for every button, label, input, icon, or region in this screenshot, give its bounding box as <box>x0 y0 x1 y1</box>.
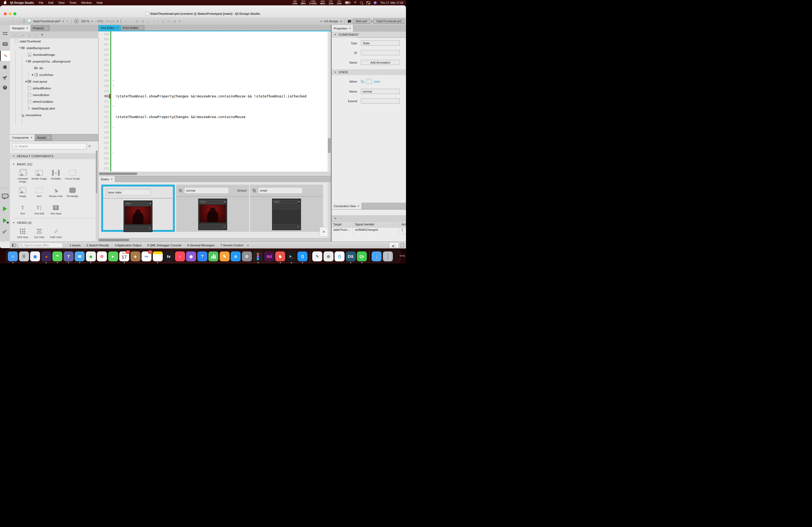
projects-mode-icon[interactable] <box>0 73 10 82</box>
tree-item-menubutton[interactable]: menuButton <box>10 91 98 98</box>
component-item-item[interactable]: Item <box>31 187 47 198</box>
edit-mode-icon[interactable] <box>0 40 10 48</box>
code-line-318[interactable]: 318 <box>99 130 328 135</box>
menu-item-edit[interactable]: Edit <box>48 1 54 4</box>
debug-mode-icon[interactable] <box>0 62 10 72</box>
section-component[interactable]: ▼COMPONENT <box>332 32 406 37</box>
dock-icon-podcasts[interactable]: ◉ <box>186 252 196 261</box>
locator-input[interactable]: Type to locate (⌘K) <box>18 243 63 248</box>
toolbar-disabled-icon-3[interactable]: ▣ <box>141 19 144 23</box>
control-center-icon[interactable] <box>366 1 370 4</box>
dock-icon-qt-design-studio[interactable]: DS <box>346 252 356 261</box>
code-line-299[interactable]: 299 <box>99 31 328 36</box>
dock-icon-adobe-xd[interactable]: Xd <box>264 252 274 261</box>
close-tab-icon[interactable]: ✕ <box>47 136 50 139</box>
add-connection-button[interactable]: + <box>334 216 336 220</box>
component-item-path-view[interactable]: ∿Path View <box>48 228 64 239</box>
dock-icon-pages[interactable]: ✎ <box>220 252 230 261</box>
welcome-mode-icon[interactable] <box>0 29 10 38</box>
dock-icon-finder[interactable]: ☺ <box>8 252 18 261</box>
navigator-nav-icon-2[interactable]: ↓ <box>29 33 31 37</box>
state-thumbnail-preview[interactable]: Default≡tr <box>198 199 227 230</box>
state-thumbnail-preview[interactable]: Default≡tr <box>272 199 301 230</box>
debug-run-button[interactable] <box>0 216 10 225</box>
dock-icon-numbers[interactable] <box>208 252 218 261</box>
battery-icon[interactable]: ⚡ <box>345 1 350 4</box>
add-annotation-button[interactable]: Add Annotation <box>361 60 400 65</box>
code-editor[interactable]: 299300301302303304305306307308∨309∨31031… <box>99 31 328 171</box>
component-item-flickable[interactable]: ◂▸Flickable <box>48 169 64 180</box>
workspace-spinner[interactable]: ▲▼ <box>340 20 342 22</box>
run-button[interactable] <box>0 204 10 213</box>
toolbar-layout-icon-2[interactable]: ▦ <box>173 19 176 23</box>
remove-connection-button[interactable]: − <box>340 216 342 220</box>
tab-projects[interactable]: Projects✕ <box>31 25 50 31</box>
breadcrumb-main-qml[interactable]: Main.qml <box>353 19 370 24</box>
dock-icon-hardware-tool[interactable]: ⊕ <box>323 252 334 261</box>
menu-app-name[interactable]: Qt Design Studio <box>10 1 34 4</box>
column-header-action[interactable]: Action <box>400 223 406 226</box>
section-state[interactable]: ▼STATE <box>332 69 406 75</box>
connection-row[interactable]: stateThum...onWidthChanged{... <box>332 227 406 235</box>
menu-item-tools[interactable]: Tools <box>70 1 76 4</box>
zoom-level[interactable]: 100 % <box>81 19 89 23</box>
close-tab-icon[interactable]: ✕ <box>111 178 113 181</box>
dock-icon-vscode[interactable]: ⟨⟩ <box>298 252 307 261</box>
code-line-301[interactable]: 301 <box>99 42 328 47</box>
output-pane-version-control[interactable]: 7 Version Control <box>220 244 243 247</box>
component-item-focus-scope[interactable]: Focus Scope <box>65 169 80 180</box>
section-basic[interactable]: ▼BASIC (11) <box>10 161 99 167</box>
code-line-321[interactable]: 321 <box>99 146 328 151</box>
tab-components[interactable]: Components✕ <box>10 134 35 141</box>
tab-form-editor[interactable]: Form Editor✕ <box>121 25 144 31</box>
tree-item-mousearea[interactable]: mouseArea <box>10 111 98 118</box>
code-line-322[interactable]: 322∨ <box>99 151 328 156</box>
tree-item-defaultbutton[interactable]: defaultButton <box>10 85 98 91</box>
state-name-field[interactable]: normal <box>361 89 400 94</box>
code-line-314[interactable]: 314 <box>99 109 328 114</box>
add-state-button[interactable]: + <box>320 227 328 237</box>
code-line-319[interactable]: 319 <box>99 135 328 140</box>
tab-properties[interactable]: Properties✕ <box>332 25 353 32</box>
tab-connection-view[interactable]: Connection View✕ <box>332 202 362 209</box>
run-preview-button[interactable] <box>74 19 79 23</box>
code-line-300[interactable]: 300 <box>99 36 328 42</box>
dock-icon-photos[interactable]: ✿ <box>97 252 107 261</box>
dock-icon-downloads[interactable]: ↓ <box>372 252 381 261</box>
dock-icon-messages[interactable]: ❝ <box>52 252 62 261</box>
navigator-filter-icon[interactable]: ▼ <box>41 33 44 36</box>
id-field[interactable] <box>361 50 400 55</box>
fold-marker-icon[interactable]: ∨ <box>112 105 115 108</box>
toolbar-disabled-icon-0[interactable]: ⇄ <box>124 19 127 23</box>
state-name-input[interactable]: normal <box>184 187 229 194</box>
section-views[interactable]: ▼VIEWS (3) <box>10 220 99 226</box>
tree-item-whencondition[interactable]: whenCondition <box>10 98 98 105</box>
siri-icon[interactable] <box>374 1 377 4</box>
menu-item-help[interactable]: Help <box>97 1 103 4</box>
state-thumbnail-preview[interactable]: Default≡tr <box>124 200 153 232</box>
code-line-320[interactable]: 320 <box>99 140 328 145</box>
when-field[interactable] <box>366 79 372 84</box>
dock-icon-app-store[interactable]: A <box>231 252 241 261</box>
code-line-311[interactable]: 311!stateThumbnail.showPropertyChanges &… <box>99 94 328 99</box>
editor-horizontal-scrollbar[interactable] <box>99 172 331 176</box>
output-pane-search-results[interactable]: 2 Search Results <box>86 244 109 247</box>
kit-selector-icon[interactable]: ▸ <box>0 191 10 200</box>
dock-icon-teams[interactable]: T <box>64 252 74 261</box>
dock-icon-red-animal-app[interactable]: ♞ <box>275 252 285 261</box>
output-pane-qml-debugger-console[interactable]: 5 QML Debugger Console <box>147 244 181 247</box>
dock-icon-reminders[interactable]: ≔1 <box>142 252 151 261</box>
dock-icon-music[interactable]: ♪ <box>175 252 185 261</box>
close-tab-icon[interactable]: ✕ <box>45 27 47 30</box>
breadcrumb-statethumbnail-qml[interactable]: StateThumbnail.qml <box>374 19 404 24</box>
output-pane-general-messages[interactable]: 6 General Messages <box>187 244 215 247</box>
design-mode-icon[interactable]: ✎ <box>0 51 11 61</box>
component-item-animated-image[interactable]: Animated Image <box>15 169 30 183</box>
component-item-mouse-area[interactable]: Mouse Area <box>48 187 64 198</box>
forward-button[interactable]: › <box>16 19 17 23</box>
toolbar-layout-icon-0[interactable]: ▥ <box>162 19 164 23</box>
open-file-dropdown[interactable]: StateThumbnail.qml* <box>33 19 60 23</box>
navigator-nav-icon-3[interactable]: ↑ <box>35 33 37 37</box>
window-title-bar[interactable]: StateThumbnail.qml (content @ StatesProt… <box>0 5 406 17</box>
fold-marker-icon[interactable]: ∨ <box>112 79 115 82</box>
